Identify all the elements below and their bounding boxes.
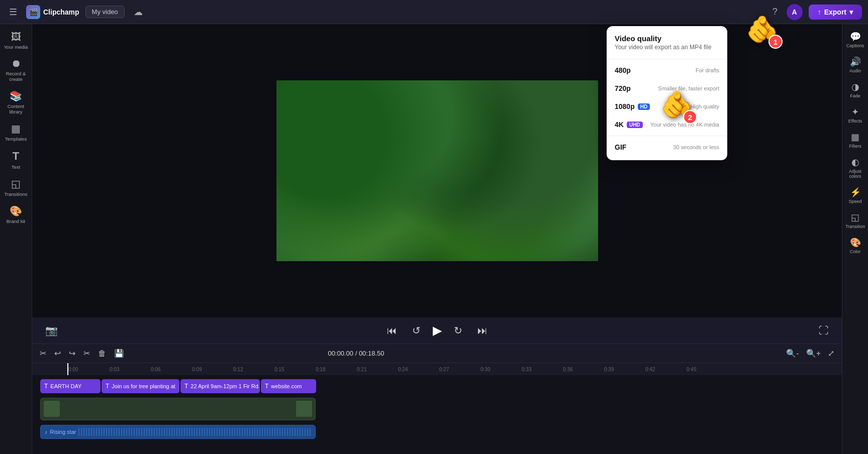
text-track-row: T EARTH DAY T Join us for tree planting … [36, 378, 838, 394]
export-button[interactable]: ↑ Export ▾ [809, 5, 862, 20]
quality-4k-desc: Your video has no 4K media [650, 122, 719, 128]
timeline-cut-button[interactable]: ✂ [81, 347, 92, 360]
audio-clip-rising-star[interactable]: ♪ Rising star [40, 425, 316, 439]
ruler-mark-13: 0:39 [603, 367, 644, 372]
text-clip-website[interactable]: T website.com [261, 379, 316, 393]
right-sidebar: 💬 Captions 🔊 Audio ◑ Fade ✦ Effects ▦ Fi… [842, 24, 868, 454]
video-controls: 📷 ⏮ ↺ ▶ ↻ ⏭ ⛶ [32, 317, 842, 344]
current-time: 00:00.00 [328, 350, 353, 357]
hamburger-menu-button[interactable]: ☰ [6, 5, 20, 20]
play-pause-button[interactable]: ▶ [433, 323, 442, 337]
text-clip-label-1: Join us for tree planting at [112, 383, 175, 389]
cloud-icon-button[interactable]: ☁ [131, 5, 146, 20]
rs-item-label-color: Color [850, 249, 861, 254]
sidebar-item-record-create[interactable]: ⏺ Record & create [2, 55, 30, 85]
timeline-save-button[interactable]: 💾 [112, 347, 127, 360]
zoom-in-button[interactable]: 🔍+ [804, 347, 823, 360]
step-forward-button[interactable]: ↻ [451, 322, 465, 338]
quality-480p-desc: For drafts [696, 67, 719, 73]
ruler-mark-6: 0:18 [315, 367, 356, 372]
rs-item-filters[interactable]: ▦ Filters [844, 129, 867, 152]
sidebar-item-label-content-library: Content library [4, 103, 28, 115]
rs-item-transition[interactable]: ◱ Transition [844, 209, 867, 232]
timeline-undo-button[interactable]: ↩ [52, 347, 63, 360]
rewind-button[interactable]: ⏮ [384, 323, 400, 338]
quality-option-480p[interactable]: 480p For drafts [607, 61, 727, 79]
ruler-marks: 0:00 0:03 0:06 0:09 0:12 0:15 0:18 0:21 … [67, 367, 727, 372]
transition-icon: ◱ [851, 212, 859, 223]
timeline-tracks: T EARTH DAY T Join us for tree planting … [32, 375, 842, 454]
timeline-delete-button[interactable]: 🗑 [95, 348, 109, 360]
screenshot-button[interactable]: 📷 [42, 322, 61, 338]
color-icon: 🎨 [850, 237, 861, 248]
sidebar-item-templates[interactable]: ▦ Templates [2, 120, 30, 145]
ruler-mark-0: 0:00 [67, 367, 109, 372]
rs-item-captions[interactable]: 💬 Captions [844, 28, 867, 51]
rs-item-speed[interactable]: ⚡ Speed [844, 184, 867, 207]
filters-icon: ▦ [851, 132, 859, 143]
zoom-out-button[interactable]: 🔍- [784, 347, 801, 360]
audio-note-icon: ♪ [45, 429, 48, 435]
sidebar-item-brand-kit[interactable]: 🎨 Brand kit [2, 202, 30, 227]
fullscreen-button[interactable]: ⛶ [816, 323, 832, 338]
text-clip-icon-0: T [44, 383, 48, 390]
rs-item-fade[interactable]: ◑ Fade [844, 78, 867, 101]
ruler-mark-7: 0:21 [356, 367, 397, 372]
rs-item-color[interactable]: 🎨 Color [844, 234, 867, 257]
timeline-ruler: 0:00 0:03 0:06 0:09 0:12 0:15 0:18 0:21 … [32, 363, 842, 375]
quality-option-gif[interactable]: GIF 30 seconds or less [607, 138, 727, 156]
text-clip-date-time[interactable]: T 22 April 9am-12pm 1 Fir Rd... [180, 379, 260, 393]
effects-icon: ✦ [851, 106, 859, 118]
sidebar-item-content-library[interactable]: 📚 Content library [2, 87, 30, 118]
brand-kit-icon: 🎨 [10, 205, 22, 217]
uhd-badge: UHD [627, 122, 643, 128]
help-button[interactable]: ? [769, 5, 781, 19]
export-icon: ↑ [818, 8, 821, 16]
ruler-mark-8: 0:24 [397, 367, 438, 372]
dropdown-subtitle: Your video will export as an MP4 file [607, 44, 727, 57]
ruler-mark-3: 0:09 [191, 367, 232, 372]
sidebar-item-text[interactable]: T Text [2, 147, 30, 173]
step-back-button[interactable]: ↺ [409, 322, 424, 338]
skip-forward-button[interactable]: ⏭ [474, 323, 491, 338]
app-logo: 🎬 Clipchamp [26, 5, 79, 19]
text-clip-earth-day[interactable]: T EARTH DAY [40, 379, 101, 393]
rs-item-effects[interactable]: ✦ Effects [844, 103, 867, 127]
clip-thumbnail-left [44, 401, 60, 417]
rs-item-label-filters: Filters [849, 144, 861, 149]
dropdown-divider-top [607, 59, 727, 59]
timeline-tool-button[interactable]: ✂ [37, 347, 49, 360]
sidebar-item-label-text: Text [12, 164, 20, 170]
content-library-icon: 📚 [10, 90, 22, 102]
text-clip-icon-1: T [106, 383, 109, 390]
rs-item-adjust-colors[interactable]: ◐ Adjust colors [844, 154, 867, 182]
video-title[interactable]: My video [85, 6, 125, 18]
timeline-playhead[interactable] [67, 363, 68, 375]
sidebar-item-label-record-create: Record & create [4, 71, 28, 82]
audio-icon: 🔊 [850, 56, 861, 67]
ruler-mark-9: 0:27 [438, 367, 479, 372]
text-clip-join-tree[interactable]: T Join us for tree planting at [102, 379, 179, 393]
quality-1080p-desc: High quality [691, 103, 719, 109]
user-avatar[interactable]: A [787, 4, 803, 20]
adjust-colors-icon: ◐ [851, 157, 859, 168]
timeline-redo-button[interactable]: ↪ [66, 347, 78, 360]
sidebar-item-your-media[interactable]: 🖼 Your media [2, 28, 30, 53]
video-clip-main[interactable] [40, 398, 316, 420]
rs-item-label-audio: Audio [849, 68, 861, 73]
text-icon: T [13, 150, 19, 163]
controls-left: 📷 [42, 322, 61, 338]
quality-option-4k[interactable]: 4K UHD Your video has no 4K media [607, 116, 727, 134]
sidebar-item-label-transitions: Transitions [4, 191, 27, 197]
export-label: Export [824, 8, 846, 16]
quality-option-1080p[interactable]: 1080p HD High quality [607, 97, 727, 116]
rs-item-audio[interactable]: 🔊 Audio [844, 53, 867, 76]
sidebar-item-label-your-media: Your media [4, 44, 28, 50]
ruler-mark-4: 0:12 [232, 367, 273, 372]
quality-1080p-label: 1080p [615, 102, 635, 110]
total-time: 00:18.50 [359, 350, 384, 357]
zoom-fit-button[interactable]: ⤢ [825, 347, 837, 360]
quality-option-720p[interactable]: 720p Smaller file, faster export [607, 79, 727, 97]
your-media-icon: 🖼 [11, 31, 21, 43]
sidebar-item-transitions[interactable]: ◱ Transitions [2, 175, 30, 200]
